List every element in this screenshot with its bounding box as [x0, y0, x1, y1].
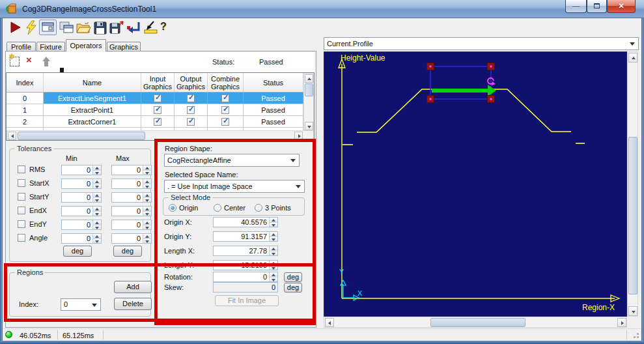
run-continuous-icon[interactable]: [23, 20, 39, 36]
spin-down-icon[interactable]: [270, 223, 277, 227]
spin-up-icon[interactable]: [93, 193, 101, 198]
add-operator-icon[interactable]: ✶: [10, 57, 20, 66]
tolerance-checkbox-endy[interactable]: [18, 220, 25, 228]
move-up-icon[interactable]: [42, 57, 51, 67]
spin-up-icon[interactable]: [143, 193, 151, 198]
input-graphics-checkbox[interactable]: [154, 94, 161, 102]
field-input-length-x[interactable]: 27.78: [213, 246, 278, 256]
spin-down-icon[interactable]: [143, 171, 151, 175]
input-graphics-checkbox[interactable]: [154, 106, 161, 114]
deg-button-skew[interactable]: deg: [284, 283, 302, 293]
tolerance-max-angle[interactable]: 0: [111, 233, 152, 244]
field-input-rotation[interactable]: 0: [213, 272, 278, 282]
chart-hscrollbar[interactable]: [324, 317, 627, 328]
spin-down-icon[interactable]: [143, 198, 151, 203]
spin-up-icon[interactable]: [143, 207, 151, 212]
tolerance-min-deg-button[interactable]: deg: [63, 246, 92, 257]
profile-chart[interactable]: Height-ValueRegion-XYX: [324, 51, 627, 317]
column-header-combine-graphics[interactable]: Combine Graphics: [208, 73, 244, 93]
spin-up-icon[interactable]: [93, 220, 101, 225]
field-input-origin-y[interactable]: 91.3157: [213, 231, 278, 242]
spin-up-icon[interactable]: [93, 165, 101, 171]
tolerance-max-starty[interactable]: 0: [111, 192, 152, 203]
float-window-icon[interactable]: [59, 20, 74, 36]
tolerance-checkbox-startx[interactable]: [18, 179, 25, 187]
tolerance-checkbox-endx[interactable]: [18, 207, 25, 214]
operators-vscrollbar[interactable]: [303, 73, 314, 130]
tab-profile[interactable]: Profile: [7, 42, 36, 51]
spin-up-icon[interactable]: [143, 165, 151, 171]
tolerance-max-endy[interactable]: 0: [111, 220, 152, 230]
tolerance-checkbox-starty[interactable]: [18, 193, 25, 201]
tab-operators[interactable]: Operators: [66, 39, 106, 51]
spin-down-icon[interactable]: [143, 212, 151, 216]
region-direction-arrow[interactable]: [432, 89, 488, 93]
chart-vscrollbar[interactable]: [627, 51, 638, 317]
save-as-icon[interactable]: [109, 20, 124, 36]
column-header-name[interactable]: Name: [44, 73, 141, 93]
spin-up-icon[interactable]: [93, 207, 101, 212]
reset-icon[interactable]: [126, 20, 141, 36]
tolerance-min-rms[interactable]: 0: [61, 165, 102, 175]
table-row[interactable]: 2ExtractCorner1Passed: [7, 116, 303, 128]
table-row[interactable]: 0ExtractLineSegment1Passed: [7, 93, 303, 104]
spin-down-icon[interactable]: [93, 184, 101, 189]
deg-button-rotation[interactable]: deg: [284, 272, 302, 282]
delete-region-button[interactable]: Delete: [114, 298, 152, 310]
open-file-icon[interactable]: [76, 20, 91, 36]
spin-up-icon[interactable]: [270, 246, 277, 251]
resize-grip[interactable]: [631, 330, 640, 339]
spin-down-icon[interactable]: [93, 212, 101, 216]
spin-up-icon[interactable]: [143, 220, 151, 225]
close-button[interactable]: ✕: [607, 0, 636, 13]
input-graphics-checkbox[interactable]: [154, 118, 161, 126]
probe-icon[interactable]: [143, 20, 159, 36]
operators-hscrollbar[interactable]: [7, 130, 314, 141]
combine-graphics-checkbox[interactable]: [221, 106, 229, 114]
title-bar[interactable]: Cog3DRangeImageCrossSectionTool1 — ✕: [0, 0, 644, 18]
spin-up-icon[interactable]: [270, 218, 277, 223]
field-input-length-y[interactable]: 15.2193: [213, 260, 278, 270]
spin-down-icon[interactable]: [270, 278, 277, 282]
spin-down-icon[interactable]: [93, 239, 101, 244]
add-region-button[interactable]: Add: [114, 281, 152, 293]
tolerance-max-startx[interactable]: 0: [111, 179, 152, 189]
tolerance-max-deg-button[interactable]: deg: [113, 246, 142, 257]
spin-up-icon[interactable]: [143, 234, 151, 239]
tolerance-min-starty[interactable]: 0: [61, 192, 102, 203]
spin-up-icon[interactable]: [270, 272, 277, 278]
save-icon[interactable]: [92, 20, 108, 36]
column-header-input-graphics[interactable]: Input Graphics: [141, 73, 175, 93]
tolerance-min-startx[interactable]: 0: [61, 179, 102, 189]
table-row[interactable]: 1ExtractPoint1Passed: [7, 104, 303, 116]
tolerance-max-endx[interactable]: 0: [111, 206, 152, 216]
spin-up-icon[interactable]: [143, 179, 151, 184]
spin-down-icon[interactable]: [93, 171, 101, 175]
spin-up-icon[interactable]: [270, 232, 277, 237]
tolerance-max-rms[interactable]: 0: [111, 165, 152, 175]
spin-down-icon[interactable]: [143, 225, 151, 230]
output-graphics-checkbox[interactable]: [187, 118, 195, 126]
spin-up-icon[interactable]: [270, 261, 277, 266]
spin-down-icon[interactable]: [143, 239, 151, 244]
field-input-origin-x[interactable]: 40.5576: [213, 217, 278, 227]
radio-origin[interactable]: [169, 204, 176, 212]
spin-down-icon[interactable]: [93, 225, 101, 230]
combine-graphics-checkbox[interactable]: [221, 118, 229, 126]
output-graphics-checkbox[interactable]: [187, 106, 195, 114]
spin-up-icon[interactable]: [93, 179, 101, 184]
spin-down-icon[interactable]: [270, 251, 277, 256]
run-icon[interactable]: [8, 20, 23, 36]
tab-graphics[interactable]: Graphics: [107, 42, 141, 51]
record-selector-combo[interactable]: Current.Profile: [324, 37, 639, 50]
radio-center[interactable]: [214, 204, 221, 212]
delete-operator-icon[interactable]: ×: [26, 54, 32, 65]
combine-graphics-checkbox[interactable]: [221, 94, 229, 102]
output-graphics-checkbox[interactable]: [187, 94, 195, 102]
column-header-output-graphics[interactable]: Output Graphics: [175, 73, 208, 93]
help-icon[interactable]: ?: [160, 21, 167, 33]
spin-down-icon[interactable]: [143, 184, 151, 189]
tolerance-checkbox-angle[interactable]: [18, 234, 25, 242]
show-controls-button[interactable]: [39, 20, 57, 35]
minimize-button[interactable]: —: [565, 0, 587, 13]
